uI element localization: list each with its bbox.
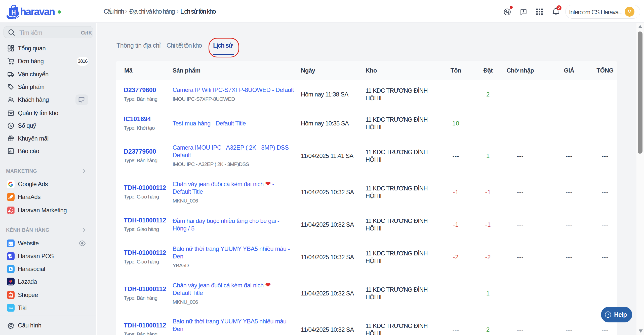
svg-text:H: H [11,9,16,16]
svg-text:S: S [10,294,11,297]
svg-text:?: ? [607,313,609,317]
svg-text:$: $ [10,124,12,128]
svg-text:Lazada: Lazada [8,283,13,285]
svg-text:Shopee: Shopee [9,297,13,298]
svg-text:TIKI: TIKI [9,307,13,310]
